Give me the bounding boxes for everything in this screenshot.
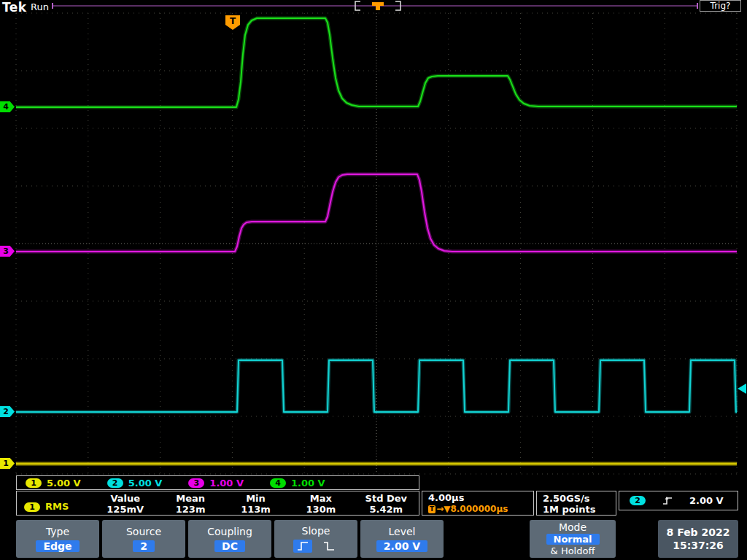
ch4-scale: 1.00 V — [291, 478, 325, 489]
menu-mode-button[interactable]: Mode Normal & Holdoff — [530, 520, 616, 558]
channel-1-marker-label: 1 — [3, 459, 9, 468]
scope-markers: T — [53, 1, 746, 394]
measurement-type: RMS — [45, 501, 69, 512]
time-text: 15:37:26 — [673, 540, 724, 551]
mode-value: Normal — [546, 534, 600, 545]
sample-rate: 2.50GS/s — [543, 493, 616, 504]
measurement-col-max: Max 130m — [288, 491, 353, 515]
acquisition-status: Run — [31, 1, 49, 12]
timebase-readout: 4.00µs T →▼8.000000µs — [422, 491, 534, 516]
mode-extra: & Holdoff — [551, 545, 595, 556]
graticule-grid — [16, 13, 737, 474]
mean-header: Mean — [176, 493, 205, 504]
trigger-source-badge: 2 — [630, 496, 646, 505]
mode-label: Mode — [559, 521, 587, 533]
source-value: 2 — [133, 540, 155, 552]
measurement-readout: 1 RMS Value 125mV Mean 123m Min 113m Max… — [16, 491, 419, 516]
date-text: 8 Feb 2022 — [667, 526, 730, 538]
stddev-reading: 5.42m — [370, 504, 403, 515]
mean-reading: 123m — [176, 504, 206, 515]
measurement-col-min: Min 113m — [223, 491, 288, 515]
slope-rising-icon[interactable] — [293, 540, 312, 553]
menu-type-button[interactable]: Type Edge — [16, 520, 99, 558]
measurement-col-value: Value 125mV — [93, 491, 158, 515]
source-label: Source — [126, 526, 161, 537]
ch3-readout[interactable]: 3 1.00 V — [188, 478, 244, 489]
level-value: 2.00 V — [376, 540, 427, 552]
ch3-scale: 1.00 V — [209, 478, 244, 489]
datetime-display: 8 Feb 2022 15:37:26 — [658, 520, 738, 558]
ch1-readout[interactable]: 1 5.00 V — [26, 478, 81, 489]
delay-trigger-icon: T — [428, 505, 436, 513]
channel-3-marker-label: 3 — [3, 246, 9, 256]
coupling-value: DC — [214, 540, 245, 552]
tek-logo: Tek — [2, 0, 27, 15]
max-reading: 130m — [306, 504, 336, 515]
channel-4-marker-label: 4 — [3, 102, 9, 112]
slope-label: Slope — [302, 525, 330, 537]
type-label: Type — [46, 526, 69, 537]
value-reading: 125mV — [107, 504, 144, 515]
trigger-status-indicator: Trig? — [700, 0, 741, 12]
measurement-col-stddev: Std Dev 5.42m — [354, 491, 419, 515]
measurement-source: 1 RMS — [17, 491, 93, 515]
coupling-label: Coupling — [207, 526, 252, 537]
stddev-header: Std Dev — [365, 493, 408, 504]
trigger-point-flag-label: T — [230, 16, 236, 26]
acquisition-readout: 2.50GS/s 1M points — [536, 491, 616, 516]
oscilloscope-screen: T Tek Run Trig? 4 3 2 1 1 5.00 V 2 5.00 … — [0, 0, 747, 560]
measurement-channel-badge: 1 — [24, 502, 40, 512]
menu-source-button[interactable]: Source 2 — [102, 520, 185, 558]
ch4-badge: 4 — [270, 478, 286, 488]
ch1-badge: 1 — [26, 478, 42, 488]
ch3-badge: 3 — [188, 478, 204, 488]
trigger-level-arrow[interactable] — [738, 384, 746, 394]
level-label: Level — [389, 526, 416, 537]
ch2-scale: 5.00 V — [128, 478, 163, 489]
menu-coupling-button[interactable]: Coupling DC — [188, 520, 271, 558]
min-reading: 113m — [241, 504, 271, 515]
min-header: Min — [246, 493, 266, 504]
timebase-delay: T →▼8.000000µs — [428, 504, 533, 514]
ch1-scale: 5.00 V — [47, 478, 81, 489]
max-header: Max — [310, 493, 332, 504]
record-length: 1M points — [543, 504, 616, 515]
channel-2-marker-label: 2 — [3, 407, 9, 416]
type-value: Edge — [36, 540, 79, 552]
trigger-slope-icon — [662, 495, 673, 506]
ch2-readout[interactable]: 2 5.00 V — [107, 478, 163, 489]
value-header: Value — [110, 493, 140, 504]
slope-falling-icon[interactable] — [320, 540, 338, 553]
delay-value: →▼8.000000µs — [436, 504, 508, 514]
slope-options — [293, 540, 338, 553]
channel-scale-bar: 1 5.00 V 2 5.00 V 3 1.00 V 4 1.00 V — [16, 475, 419, 490]
ch4-readout[interactable]: 4 1.00 V — [270, 478, 325, 489]
measurement-col-mean: Mean 123m — [158, 491, 222, 515]
timebase-scale: 4.00µs — [428, 492, 533, 503]
trigger-level-value: 2.00 V — [689, 495, 724, 506]
trigger-readout: 2 2.00 V — [619, 491, 738, 510]
menu-slope-button[interactable]: Slope — [274, 520, 357, 558]
menu-level-button[interactable]: Level 2.00 V — [360, 520, 444, 558]
ch2-badge: 2 — [107, 478, 123, 488]
